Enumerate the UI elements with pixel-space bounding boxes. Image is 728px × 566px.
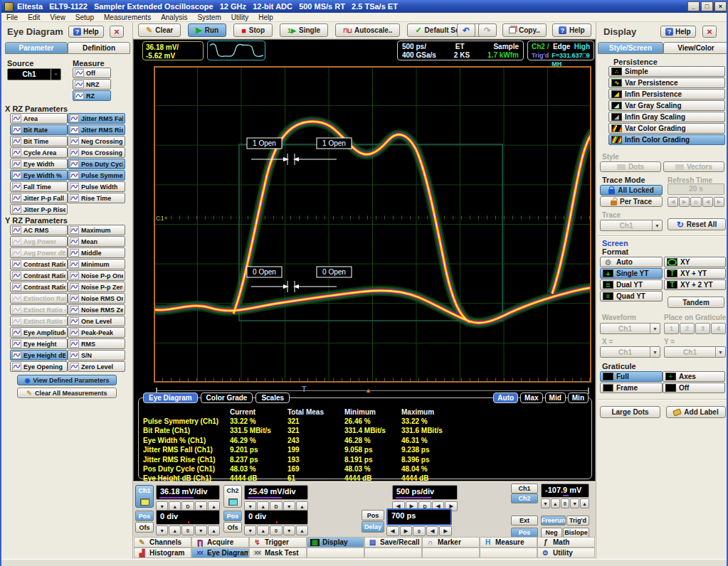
- large-dots-button[interactable]: Large Dots: [600, 406, 660, 418]
- y-source-select[interactable]: Ch1 ▼: [664, 346, 726, 358]
- ch1-scale-display[interactable]: 36.18 mV/div: [156, 485, 220, 500]
- dots-button[interactable]: Dots: [600, 161, 661, 172]
- place-option-button[interactable]: 2: [680, 323, 695, 334]
- param-button[interactable]: Eye Height dB: [10, 350, 68, 361]
- spin-zero-button[interactable]: 0: [270, 525, 282, 535]
- trigger-source-ch2-button[interactable]: Ch2: [511, 493, 538, 503]
- bottom-tab[interactable]: Measure: [480, 537, 537, 548]
- param-button[interactable]: Middle: [68, 247, 125, 258]
- reset-all-button[interactable]: ↻ Reset All: [668, 218, 726, 230]
- bottom-tab[interactable]: Acquire: [191, 537, 249, 548]
- persistence-option-button[interactable]: Var Persistence: [608, 78, 725, 88]
- results-mode-tab[interactable]: Auto: [493, 393, 518, 403]
- redo-button[interactable]: ↷: [478, 23, 497, 37]
- param-button[interactable]: Eye Height: [10, 338, 68, 349]
- timebase-scale-display[interactable]: 500 ps/div: [392, 485, 458, 500]
- add-label-button[interactable]: Add Label: [666, 406, 726, 418]
- param-button[interactable]: Jitter P-p Rise: [10, 204, 68, 215]
- graticule-option-button[interactable]: Off: [663, 383, 725, 393]
- spin-right-button[interactable]: ▶: [679, 197, 690, 207]
- menu-item[interactable]: Edit: [23, 14, 45, 21]
- spin-right-button[interactable]: ▶: [400, 526, 413, 536]
- persistence-option-button[interactable]: Var Color Grading: [608, 123, 725, 134]
- menu-item[interactable]: File: [1, 14, 23, 21]
- param-button[interactable]: Area: [10, 113, 68, 124]
- measure-option-button[interactable]: NRZ: [73, 79, 111, 90]
- bottom-tab[interactable]: Histogram: [134, 548, 191, 558]
- menu-item[interactable]: Analysis: [156, 14, 192, 21]
- measure-option-button[interactable]: RZ: [73, 90, 111, 101]
- right-close-button[interactable]: ×: [702, 26, 717, 38]
- spin-up-button[interactable]: ▲: [551, 498, 560, 508]
- persistence-option-button[interactable]: Infin Color Grading: [608, 134, 725, 145]
- results-tab[interactable]: Color Grade: [201, 393, 253, 403]
- param-button[interactable]: Pos Duty Cycle: [68, 159, 125, 169]
- format-option-button[interactable]: Single YT: [600, 268, 663, 279]
- results-tab[interactable]: Scales: [255, 393, 290, 403]
- param-button[interactable]: Contrast Ratio: [10, 282, 68, 292]
- format-option-button[interactable]: Auto: [600, 257, 663, 267]
- spin-down-button[interactable]: ▼: [541, 498, 550, 508]
- format-option-button[interactable]: Dual YT: [600, 279, 663, 290]
- toolbar-button[interactable]: Run: [188, 23, 226, 37]
- restore-button[interactable]: □: [701, 1, 713, 11]
- param-button[interactable]: Noise RMS One: [68, 293, 125, 304]
- bottom-tab[interactable]: [364, 548, 422, 558]
- param-button[interactable]: Eye Width: [10, 159, 68, 169]
- ch2-position-display[interactable]: 0 div: [244, 510, 308, 525]
- close-button[interactable]: ×: [714, 1, 727, 11]
- param-button[interactable]: Peak-Peak: [68, 327, 125, 338]
- results-mode-tab[interactable]: Max: [520, 393, 542, 403]
- place-option-button[interactable]: 4: [711, 323, 726, 334]
- left-close-button[interactable]: ×: [110, 26, 124, 38]
- param-button[interactable]: RMS: [68, 338, 125, 349]
- menu-item[interactable]: View: [45, 14, 70, 21]
- toolbar-button[interactable]: Single: [280, 23, 328, 37]
- param-button[interactable]: Jitter RMS Fall: [68, 113, 125, 124]
- spin-zero-button[interactable]: 0: [413, 526, 426, 536]
- format-option-button[interactable]: Quad YT: [600, 291, 663, 301]
- spin-left-button[interactable]: ◀: [668, 197, 678, 207]
- param-button[interactable]: Avg Power dB: [10, 247, 68, 258]
- param-button[interactable]: Noise P-p Zero: [68, 282, 125, 292]
- param-button[interactable]: Bit Time: [10, 136, 68, 146]
- param-button[interactable]: Contrast Ratio: [10, 270, 68, 281]
- menu-item[interactable]: Help: [253, 14, 278, 21]
- delay-value-display[interactable]: 700 ps: [386, 508, 452, 525]
- trigger-source-ch1-button[interactable]: Ch1: [511, 484, 538, 493]
- place-option-button[interactable]: 1: [664, 323, 679, 334]
- bottom-tab[interactable]: Trigger: [249, 537, 307, 548]
- waveform-preview[interactable]: [207, 41, 265, 60]
- param-button[interactable]: One Level: [68, 316, 125, 326]
- param-button[interactable]: Extinction Ratio: [10, 293, 68, 304]
- trigger-slope-bislope-button[interactable]: Bislope: [563, 528, 589, 538]
- spin-down-button[interactable]: ▼: [156, 525, 168, 535]
- format-option-button[interactable]: XY + YT: [664, 268, 726, 279]
- param-button[interactable]: Pulse Width: [68, 181, 125, 192]
- bottom-tab[interactable]: [307, 548, 364, 558]
- left-help-button[interactable]: ? Help: [68, 26, 104, 38]
- vectors-button[interactable]: Vectors: [663, 161, 724, 172]
- right-panel-tab[interactable]: Style/Screen: [598, 42, 663, 54]
- param-button[interactable]: Avg Power: [10, 236, 68, 247]
- param-button[interactable]: Rise Time: [68, 193, 125, 203]
- left-panel-tab[interactable]: Parameter: [5, 42, 68, 54]
- right-panel-tab[interactable]: View/Color: [663, 42, 728, 54]
- param-button[interactable]: Bit Rate: [10, 124, 68, 135]
- spin-zero-button[interactable]: 0: [561, 498, 570, 508]
- param-button[interactable]: Extinct Ratio dB: [10, 304, 68, 315]
- param-button[interactable]: Jitter RMS Rise: [68, 124, 125, 135]
- trace-select[interactable]: Ch1 ▼: [600, 220, 663, 231]
- timebase-pos-button[interactable]: Pos: [362, 510, 384, 520]
- bottom-tab[interactable]: Math: [537, 537, 595, 548]
- graticule-option-button[interactable]: Full: [600, 371, 663, 382]
- results-tab[interactable]: Eye Diagram: [143, 393, 198, 403]
- param-button[interactable]: Eye Width %: [10, 170, 68, 181]
- spin-right-button[interactable]: ▶: [439, 526, 452, 536]
- trigger-level-display[interactable]: -107.9 mV: [541, 484, 589, 498]
- ch2-pos-button[interactable]: Pos: [223, 511, 242, 521]
- param-button[interactable]: Minimum: [68, 259, 125, 269]
- copy-button[interactable]: Copy..: [502, 23, 547, 37]
- clear-all-measurements-button[interactable]: ✎ Clear All Measurements: [17, 388, 117, 398]
- menu-item[interactable]: Utility: [226, 14, 253, 21]
